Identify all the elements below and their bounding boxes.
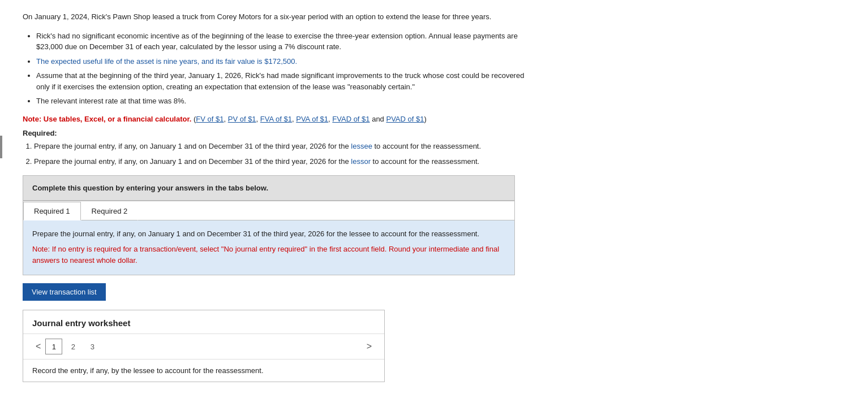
journal-worksheet: Journal entry worksheet < 1 2 3 > Record…: [23, 310, 385, 382]
journal-nav: < 1 2 3 >: [23, 334, 384, 360]
fva-of-1-link[interactable]: FVA of $1: [260, 115, 292, 123]
pv-of-1-link[interactable]: PV of $1: [228, 115, 256, 123]
view-transaction-button[interactable]: View transaction list: [23, 283, 106, 301]
and-text: and: [370, 115, 386, 123]
page-2-number[interactable]: 2: [66, 339, 80, 354]
required-item-1: Prepare the journal entry, if any, on Ja…: [34, 141, 515, 152]
note-section: Note: Use tables, Excel, or a financial …: [23, 115, 515, 167]
tab-description: Prepare the journal entry, if any, on Ja…: [32, 228, 505, 240]
bullet-text-2: The expected useful life of the asset is…: [36, 57, 297, 66]
bullet-item-2: The expected useful life of the asset is…: [36, 56, 528, 67]
tabs-container: Required 1 Required 2 Prepare the journa…: [23, 201, 515, 276]
prev-arrow[interactable]: <: [32, 340, 44, 353]
close-paren: ): [424, 115, 426, 123]
bullet-item-1: Rick's had no significant economic incen…: [36, 31, 528, 53]
required-label: Required:: [23, 129, 515, 137]
journal-worksheet-title: Journal entry worksheet: [23, 310, 384, 334]
page-1-button[interactable]: 1: [45, 339, 62, 354]
fv-of-1-link[interactable]: FV of $1: [196, 115, 224, 123]
tab-required-1[interactable]: Required 1: [23, 202, 81, 220]
complete-box-text: Complete this question by entering your …: [32, 184, 268, 192]
tabs-header: Required 1 Required 2: [23, 201, 514, 220]
bullet-text-3: Assume that at the beginning of the thir…: [36, 71, 524, 91]
tab-required-2[interactable]: Required 2: [81, 202, 139, 220]
bullet-item-3: Assume that at the beginning of the thir…: [36, 70, 528, 92]
bullet-text-4: The relevant interest rate at that time …: [36, 97, 186, 105]
bullet-text-1: Rick's had no significant economic incen…: [36, 32, 518, 51]
pva-of-1-link[interactable]: PVA of $1: [296, 115, 328, 123]
bullet-list: Rick's had no significant economic incen…: [36, 31, 528, 107]
note-label: Note: Use tables, Excel, or a financial …: [23, 115, 191, 123]
page-3-number[interactable]: 3: [85, 339, 100, 354]
next-arrow[interactable]: >: [363, 340, 375, 353]
complete-box: Complete this question by entering your …: [23, 175, 515, 201]
required-list: Prepare the journal entry, if any, on Ja…: [34, 141, 515, 167]
left-border: [0, 136, 2, 158]
required-item-2: Prepare the journal entry, if any, on Ja…: [34, 156, 515, 167]
tab-content-area: Prepare the journal entry, if any, on Ja…: [23, 220, 514, 275]
fvad-of-1-link[interactable]: FVAD of $1: [332, 115, 369, 123]
comma1: ,: [224, 115, 228, 123]
journal-record-text: Record the entry, if any, by the lessee …: [23, 360, 384, 382]
tab-note: Note: If no entry is required for a tran…: [32, 244, 505, 266]
intro-paragraph: On January 1, 2024, Rick's Pawn Shop lea…: [23, 11, 515, 23]
pvad-of-1-link[interactable]: PVAD of $1: [386, 115, 424, 123]
bullet-item-4: The relevant interest rate at that time …: [36, 96, 528, 107]
comma2: ,: [256, 115, 260, 123]
